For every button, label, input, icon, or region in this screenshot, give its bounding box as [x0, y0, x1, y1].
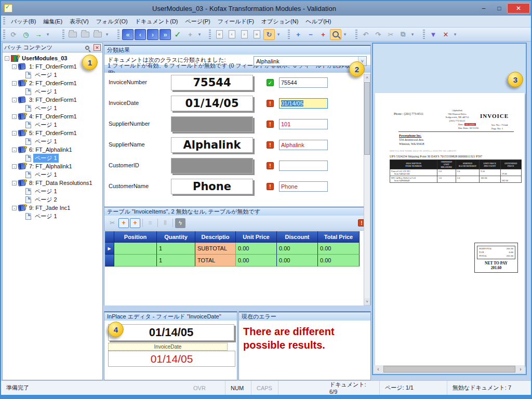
force-validate-icon[interactable]: ▼ [428, 29, 439, 40]
close-button[interactable]: ✕ [507, 3, 530, 14]
grid-cell[interactable]: 1 [157, 243, 195, 255]
tree-item-page[interactable]: ページ 1 [5, 71, 102, 79]
cut-icon[interactable]: ✂ [385, 29, 396, 40]
batch-close-icon[interactable]: → [33, 29, 44, 40]
last-page-icon[interactable]: » [251, 29, 262, 40]
insert-row-icon[interactable]: + [130, 218, 140, 228]
minimize-button[interactable]: – [476, 3, 491, 14]
tree-item-document[interactable]: - 3: FT_OrderForm1 [5, 96, 102, 104]
tree-item-document[interactable]: - 5: FT_OrderForm1 [5, 129, 102, 137]
tree-expander[interactable]: - [12, 206, 17, 210]
fit-page-icon[interactable]: + [317, 29, 329, 40]
column-header[interactable]: Descriptio [195, 231, 236, 243]
tree-item-page[interactable]: ページ 1 [5, 121, 102, 129]
overflow-icon[interactable]: ▾ [45, 32, 51, 37]
tree-item-page[interactable]: ページ 1 [5, 170, 102, 179]
column-header[interactable]: Unit Price [236, 231, 277, 243]
menu-view[interactable]: 表示(V) [66, 16, 92, 27]
panel-close-icon[interactable]: ✕ [94, 44, 101, 51]
viewer-horizontal-scrollbar[interactable]: ‹ › [374, 365, 525, 373]
grid-cell[interactable]: 0.00 [277, 243, 318, 255]
previous-document-icon[interactable]: ‹ [135, 29, 146, 40]
document-viewer[interactable]: Phone : (201) 773-6511 Alphalink 766 Han… [372, 43, 527, 375]
scrollbar-thumb[interactable] [364, 82, 370, 155]
merge-columns-icon[interactable]: ‖ [160, 218, 170, 228]
overflow-icon[interactable]: ▾ [409, 32, 416, 37]
next-document-icon[interactable]: › [147, 29, 158, 40]
redo-icon[interactable]: ↷ [373, 29, 384, 40]
scroll-right-icon[interactable]: › [516, 366, 525, 372]
scroll-left-icon[interactable]: ‹ [374, 366, 382, 372]
overflow-icon[interactable]: ▾ [342, 32, 348, 37]
copy-icon[interactable]: ⧉ [397, 29, 409, 40]
column-header[interactable]: Total Price [318, 231, 360, 243]
tree-item-document[interactable]: - 2: FT_OrderForm1 [5, 79, 102, 87]
folder-next-icon[interactable] [79, 29, 91, 40]
column-header[interactable]: Position [114, 231, 157, 243]
grid-cell[interactable]: 0.00 [236, 255, 277, 267]
tree-expander[interactable]: - [5, 56, 9, 61]
grid-cell[interactable]: 0.00 [318, 255, 360, 267]
batch-open-icon[interactable]: ◷ [20, 29, 32, 40]
folder-prev-icon[interactable] [67, 29, 78, 40]
previous-page-icon[interactable]: ‹ [226, 29, 237, 40]
fields-scrollbar[interactable]: ˄ ˅ [364, 74, 370, 305]
pin-icon[interactable] [84, 45, 90, 50]
first-page-icon[interactable]: « [214, 29, 225, 40]
grid-row[interactable]: ▶ 1 SUBTOTAL 0.00 0.00 0.00 [105, 243, 360, 255]
tree-expander[interactable]: - [12, 114, 17, 119]
grid-cell[interactable]: TOTAL [195, 255, 236, 267]
merge-rows-icon[interactable]: ≡ [145, 218, 155, 228]
menu-folder[interactable]: フォルダ(O) [92, 16, 131, 27]
tree-item-page[interactable]: ページ 1 [5, 212, 102, 220]
scanned-invoice-page[interactable]: Phone : (201) 773-6511 Alphalink 766 Han… [375, 93, 525, 366]
tree-item-page[interactable]: ページ 1 [5, 187, 102, 195]
field-input[interactable]: Alphalink [279, 140, 328, 150]
field-input[interactable]: Phone [279, 181, 328, 192]
tree-item-page[interactable]: ページ 1 [5, 104, 102, 112]
tree-item-page[interactable]: ページ 1 [5, 87, 102, 96]
overflow-icon[interactable]: ▾ [196, 32, 203, 37]
scrollbar-thumb[interactable] [383, 366, 515, 373]
column-header[interactable]: Quantity [157, 231, 195, 243]
tree-expander[interactable]: - [12, 81, 17, 86]
grid-cell[interactable]: 0.00 [236, 243, 277, 255]
rotate-page-icon[interactable]: ↻ [263, 29, 275, 40]
tree-expander[interactable]: - [12, 98, 17, 102]
inplace-value-editor[interactable]: 01/14/05 [108, 351, 235, 367]
field-input[interactable]: 101 [279, 119, 328, 129]
tree-item-document[interactable]: - 8: FT_Data Resolutions1 [5, 179, 102, 187]
tree-expander[interactable]: - [12, 164, 17, 169]
menu-help[interactable]: ヘルプ(H) [302, 16, 335, 27]
menu-edit[interactable]: 編集(E) [39, 16, 66, 27]
field-input[interactable]: 75544 [279, 77, 328, 88]
scroll-down-icon[interactable]: ˅ [364, 298, 370, 305]
field-input[interactable] [279, 161, 328, 171]
tree-item-document[interactable]: - 4: FT_OrderForm1 [5, 112, 102, 121]
last-document-icon[interactable]: » [159, 29, 171, 40]
tree-item-document[interactable]: - 9: FT_Jade Inc1 [5, 204, 102, 212]
run-extraction-icon[interactable]: ϟ [175, 218, 185, 228]
tree-expander[interactable]: - [12, 181, 17, 185]
magnifier-icon[interactable] [330, 29, 341, 40]
tree-expander[interactable]: - [12, 148, 17, 152]
menu-batch[interactable]: バッチ(B) [7, 16, 39, 27]
tree-item-page[interactable]: ページ 2 [5, 195, 102, 204]
first-document-icon[interactable]: « [122, 29, 134, 40]
tree-expander[interactable]: - [12, 131, 17, 136]
grid-row[interactable]: 1 TOTAL 0.00 0.00 0.00 [105, 255, 360, 267]
zoom-out-icon[interactable]: − [305, 29, 316, 40]
tree-expander[interactable]: - [12, 64, 17, 69]
tree-item-document[interactable]: - 6: FT_Alphalink1 [5, 145, 102, 154]
batch-sync-icon[interactable]: ⟳ [8, 29, 19, 40]
menu-options[interactable]: オプション(N) [258, 16, 302, 27]
grid-cell[interactable]: 1 [157, 255, 195, 267]
grid-cell[interactable]: 0.00 [277, 255, 318, 267]
zoom-in-icon[interactable]: + [292, 29, 304, 40]
folder-up-icon[interactable] [92, 29, 103, 40]
reject-document-icon[interactable]: ✕ [440, 29, 451, 40]
undo-icon[interactable]: ↶ [360, 29, 371, 40]
overflow-icon[interactable]: ▾ [104, 32, 110, 37]
tree-item-document[interactable]: - 7: FT_Alphalink1 [5, 162, 102, 170]
tree-item-page-selected[interactable]: ページ 1 [5, 154, 102, 162]
